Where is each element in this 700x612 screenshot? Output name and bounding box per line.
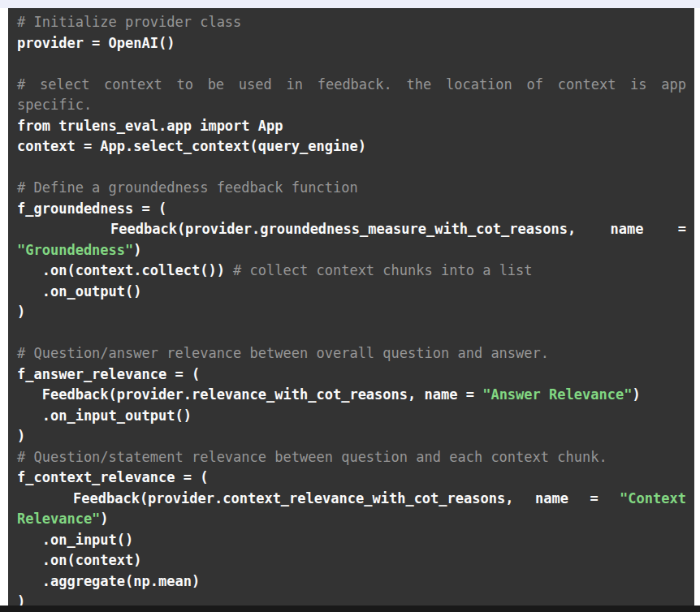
code-line: .on(context.collect()) # collect context… [17,261,686,282]
code-segment-comment: # Define a groundedness feedback functio… [17,179,358,196]
code-segment-comment: # Question/answer relevance between over… [17,345,549,361]
code-line: from trulens_eval.app import App [17,116,686,137]
code-line: ) [17,426,686,447]
top-band [0,0,700,8]
code-line: f_answer_relevance = ( [17,364,686,386]
code-segment-code: .on_input() [17,532,133,548]
code-line: # Question/statement relevance between q… [17,447,686,468]
code-segment-comment: specific. [17,97,92,113]
code-segment-code: Feedback(provider.groundedness_measure_w… [110,221,686,237]
code-line: # select context to be used in feedback.… [17,75,686,96]
code-line: f_groundedness = ( [17,199,686,220]
code-line: .on_input_output() [17,406,686,427]
code-segment-code: context = App.select_context(query_engin… [17,138,366,154]
code-segment-comment: # select context to be used in feedback.… [17,76,686,93]
code-segment-code: Feedback(provider.context_relevance_with… [73,490,620,506]
code-segment-comment: # collect context chunks into a list [233,262,532,278]
code-line: # Initialize provider class [17,12,686,33]
code-segment-code: ) [17,428,25,444]
code-segment-code: ) [632,386,640,403]
code-segment-code: .on_input_output() [17,407,192,424]
code-segment-code: .on(context) [17,552,142,568]
code-line: context = App.select_context(query_engin… [17,136,686,157]
horizontal-scrollbar[interactable] [0,606,700,612]
code-line: Feedback(provider.relevance_with_cot_rea… [17,385,686,406]
code-segment-code: ) [100,511,108,527]
code-line: .aggregate(np.mean) [17,571,686,593]
code-line: specific. [17,95,686,116]
code-line [17,54,686,75]
code-segment-code: ) [133,242,141,258]
code-segment-string: Relevance" [17,511,100,527]
code-block: # Initialize provider classprovider = Op… [8,8,694,606]
code-line: Feedback(provider.context_relevance_with… [17,489,686,510]
code-segment-code: ) [17,304,25,320]
code-segment-code: .aggregate(np.mean) [17,573,200,589]
code-line: provider = OpenAI() [17,33,686,54]
code-line [17,157,686,179]
code-line: Relevance") [17,509,686,530]
code-segment-code: .on(context.collect()) [17,262,233,278]
code-segment-code: f_groundedness = ( [17,200,166,217]
code-line: f_context_relevance = ( [17,468,686,489]
code-line: # Define a groundedness feedback functio… [17,178,686,199]
code-segment-string: "Context [620,490,686,506]
code-segment-string: "Answer Relevance" [482,386,632,403]
code-segment-code: f_context_relevance = ( [17,469,208,485]
code-segment-code: ) [17,593,25,606]
code-line: ) [17,302,686,323]
code-segment-code: provider = OpenAI() [17,35,175,51]
code-line: .on(context) [17,550,686,571]
code-segment-string: "Groundedness" [17,242,133,258]
code-segment-comment: # Question/statement relevance between q… [17,449,607,465]
code-segment-code: Feedback(provider.relevance_with_cot_rea… [17,386,482,403]
code-line [17,323,686,344]
code-line: .on_input() [17,530,686,551]
code-line: Feedback(provider.groundedness_measure_w… [17,219,686,240]
code-line: .on_output() [17,282,686,303]
code-line: ) [17,592,686,606]
code-segment-comment: # Initialize provider class [17,14,241,30]
code-segment-code: from trulens_eval.app import App [17,118,283,134]
code-line: # Question/answer relevance between over… [17,343,686,364]
code-line: "Groundedness") [17,240,686,261]
code-segment-code: f_answer_relevance = ( [17,366,200,382]
code-segment-code: .on_output() [17,283,142,300]
